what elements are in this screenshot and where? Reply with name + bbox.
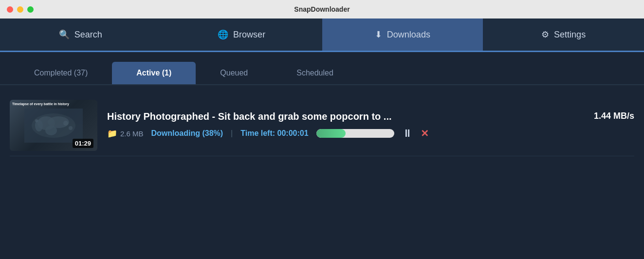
- time-left: Time left: 00:00:01: [240, 129, 308, 138]
- subtab-completed[interactable]: Completed (37): [10, 62, 112, 84]
- nav-tabs: 🔍 Search 🌐 Browser ⬇ Downloads ⚙ Setting…: [0, 18, 644, 51]
- progress-bar-fill: [316, 129, 346, 138]
- file-size-value: 2.6 MB: [120, 130, 144, 138]
- pipe-divider: |: [231, 129, 233, 138]
- title-bar: SnapDownloader: [0, 0, 644, 18]
- folder-icon: 📁: [107, 129, 117, 139]
- subtab-active[interactable]: Active (1): [112, 62, 196, 84]
- thumbnail-title: Timelapse of every battle in history: [12, 102, 69, 106]
- pause-icon: ⏸: [402, 127, 413, 140]
- cancel-icon: ✕: [421, 128, 429, 139]
- download-item: Timelapse of every battle in history 01:…: [10, 95, 634, 156]
- maximize-button[interactable]: [27, 6, 34, 13]
- subtab-queued-label: Queued: [220, 69, 248, 77]
- tab-search-label: Search: [74, 30, 102, 40]
- gear-icon: ⚙: [541, 29, 549, 40]
- download-status: Downloading (38%): [151, 129, 223, 138]
- close-button[interactable]: [7, 6, 13, 13]
- svg-point-7: [63, 121, 68, 126]
- tab-browser-label: Browser: [233, 30, 265, 40]
- download-info: History Photographed - Sit back and grab…: [107, 111, 634, 140]
- sub-tabs-area: Completed (37) Active (1) Queued Schedul…: [0, 52, 644, 84]
- download-speed: 1.44 MB/s: [594, 111, 634, 121]
- pause-button[interactable]: ⏸: [402, 127, 413, 140]
- minimize-button[interactable]: [17, 6, 23, 13]
- subtab-scheduled[interactable]: Scheduled: [272, 62, 358, 84]
- tab-search[interactable]: 🔍 Search: [0, 18, 161, 51]
- app-title: SnapDownloader: [294, 5, 350, 13]
- download-title: History Photographed - Sit back and grab…: [107, 111, 392, 122]
- tab-settings-label: Settings: [554, 30, 586, 40]
- video-duration: 01:29: [73, 139, 93, 148]
- tab-settings[interactable]: ⚙ Settings: [483, 18, 644, 51]
- tab-browser[interactable]: 🌐 Browser: [161, 18, 322, 51]
- subtab-queued[interactable]: Queued: [196, 62, 272, 84]
- progress-bar-background: [316, 129, 394, 138]
- svg-point-6: [35, 119, 38, 122]
- download-meta: 📁 2.6 MB Downloading (38%) | Time left: …: [107, 127, 634, 140]
- tab-downloads[interactable]: ⬇ Downloads: [322, 18, 483, 51]
- globe-icon: 🌐: [218, 29, 228, 40]
- cancel-button[interactable]: ✕: [421, 128, 429, 139]
- window-controls: [7, 6, 34, 13]
- download-icon: ⬇: [375, 29, 382, 40]
- file-size: 📁 2.6 MB: [107, 129, 144, 139]
- svg-point-8: [69, 126, 73, 130]
- search-icon: 🔍: [59, 29, 70, 40]
- svg-point-4: [45, 126, 57, 135]
- thumbnail-map-svg: [24, 109, 83, 143]
- subtab-scheduled-label: Scheduled: [296, 69, 333, 77]
- sub-tabs: Completed (37) Active (1) Queued Schedul…: [10, 62, 634, 84]
- subtab-active-label: Active (1): [136, 69, 171, 77]
- subtab-completed-label: Completed (37): [34, 69, 88, 77]
- content-area: Timelapse of every battle in history 01:…: [0, 84, 644, 166]
- video-thumbnail: Timelapse of every battle in history 01:…: [10, 100, 97, 151]
- tab-downloads-label: Downloads: [387, 30, 430, 40]
